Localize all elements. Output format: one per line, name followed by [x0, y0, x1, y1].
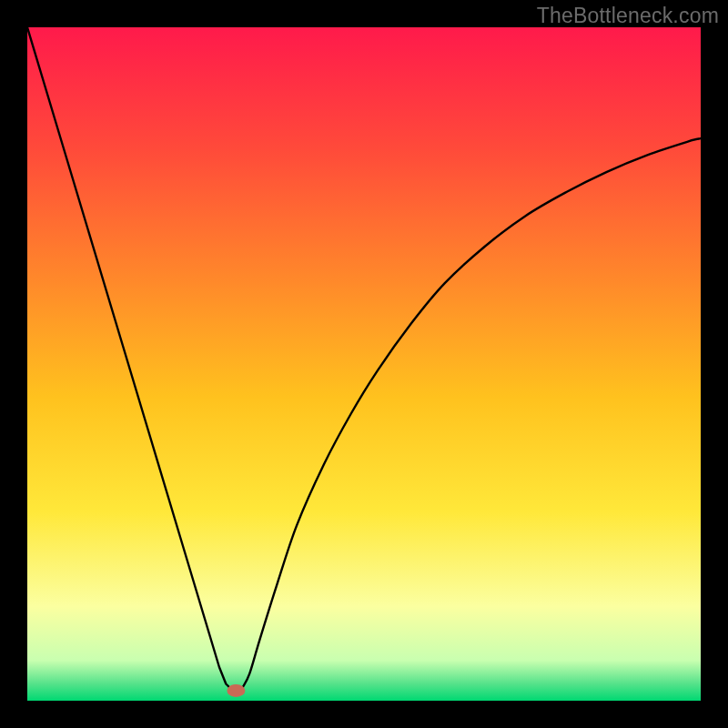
outer-frame: TheBottleneck.com	[0, 0, 728, 728]
chart-svg	[27, 27, 701, 701]
marker-dot	[227, 684, 245, 697]
watermark-text: TheBottleneck.com	[537, 4, 719, 28]
chart-area	[27, 27, 701, 701]
